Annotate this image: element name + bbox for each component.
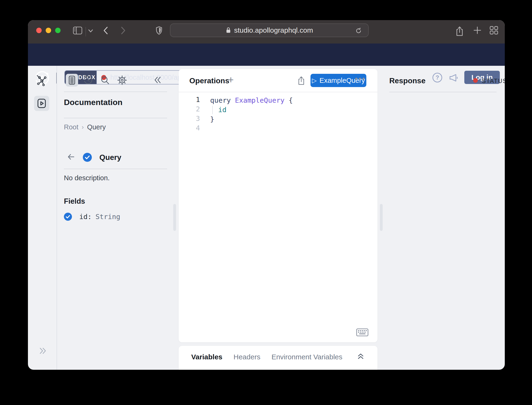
response-title: Response <box>389 76 425 85</box>
schema-graph-icon[interactable] <box>36 75 47 87</box>
doc-divider <box>64 118 167 118</box>
docs-tab-button[interactable] <box>66 74 78 87</box>
status-dot <box>473 78 478 83</box>
type-header-row: Query <box>67 153 121 162</box>
code-line-3[interactable]: } <box>210 115 214 124</box>
field-name[interactable]: id: <box>79 213 92 221</box>
announcements-megaphone-icon[interactable] <box>449 74 459 83</box>
privacy-shield-icon[interactable] <box>156 26 162 35</box>
collapse-panel-icon[interactable] <box>153 75 163 85</box>
address-bar[interactable]: studio.apollographql.com <box>170 23 369 37</box>
browser-toolbar: studio.apollographql.com <box>28 20 505 44</box>
line-number: 1 <box>186 95 200 104</box>
new-tab-icon[interactable] <box>473 26 482 35</box>
share-icon[interactable] <box>455 26 464 37</box>
explorer-nav-button[interactable] <box>34 96 49 111</box>
search-icon[interactable] <box>100 75 110 86</box>
close-window-button[interactable] <box>36 28 42 33</box>
field-checked-icon[interactable] <box>64 213 72 221</box>
code-line-2[interactable]: id <box>218 105 226 115</box>
rail-divider <box>57 66 57 370</box>
toolbar-divider <box>85 27 86 36</box>
chevron-down-icon[interactable] <box>88 29 94 33</box>
breadcrumb-root[interactable]: Root <box>64 123 78 131</box>
doc-panel-title: Documentation <box>64 98 122 107</box>
expand-rail-icon[interactable] <box>37 347 48 356</box>
history-icon[interactable] <box>83 75 93 86</box>
lock-icon <box>225 27 231 34</box>
breadcrumb-current: Query <box>87 123 106 131</box>
refresh-icon[interactable] <box>355 27 362 34</box>
tab-environment-variables[interactable]: Environment Variables <box>272 353 342 361</box>
tab-headers[interactable]: Headers <box>234 353 260 361</box>
tab-overview-icon[interactable] <box>489 26 498 35</box>
operations-editor-card: Operations + ▷ ExampleQuery 1 2 3 4 quer… <box>179 69 377 342</box>
zoom-window-button[interactable] <box>55 28 61 33</box>
line-number: 3 <box>186 115 200 122</box>
doc-panel-resize-handle[interactable] <box>173 204 176 231</box>
field-row[interactable]: id: String <box>64 213 120 221</box>
forward-icon[interactable] <box>120 26 126 35</box>
fields-heading: Fields <box>64 197 85 206</box>
ops-header-divider <box>179 92 377 92</box>
minimize-window-button[interactable] <box>46 28 51 33</box>
play-icon: ▷ <box>312 77 317 84</box>
help-icon[interactable]: ? <box>432 72 443 84</box>
variables-panel: Variables Headers Environment Variables <box>179 346 377 370</box>
browser-window: studio.apollographql.com <box>28 20 505 370</box>
line-number: 4 <box>186 124 200 132</box>
status-label: STATUS <box>482 78 505 84</box>
breadcrumb: Root › Query <box>64 123 106 131</box>
doc-divider <box>64 92 167 92</box>
settings-gear-icon[interactable] <box>117 75 127 86</box>
expand-panel-icon[interactable] <box>356 352 365 362</box>
keyboard-shortcuts-icon[interactable] <box>356 328 368 337</box>
operation-menu-icon[interactable]: ••• <box>355 75 366 83</box>
bottom-tabs: Variables Headers Environment Variables <box>191 353 342 361</box>
response-divider <box>389 92 497 92</box>
indent-guide <box>212 106 213 114</box>
response-panel-resize-handle[interactable] <box>380 204 383 231</box>
tab-variables[interactable]: Variables <box>191 353 222 361</box>
address-text: studio.apollographql.com <box>234 26 313 34</box>
line-number: 2 <box>186 105 200 113</box>
code-line-1[interactable]: query ExampleQuery { <box>210 95 293 105</box>
type-description: No description. <box>64 174 109 182</box>
doc-divider <box>64 169 167 169</box>
add-operation-button[interactable]: + <box>228 74 234 86</box>
breadcrumb-separator-icon: › <box>82 123 84 131</box>
field-type-link[interactable]: String <box>95 213 120 221</box>
svg-text:?: ? <box>436 74 439 81</box>
share-operation-icon[interactable] <box>297 76 305 87</box>
type-checked-icon[interactable] <box>83 153 92 162</box>
app-header: A SANDBOX http://localhost:3000/api/grap… <box>28 44 505 66</box>
back-arrow-icon[interactable] <box>67 153 75 162</box>
back-icon[interactable] <box>103 26 109 35</box>
type-heading: Query <box>99 153 121 162</box>
sidebar-toggle-icon[interactable] <box>73 27 82 34</box>
operations-title: Operations <box>189 76 229 85</box>
